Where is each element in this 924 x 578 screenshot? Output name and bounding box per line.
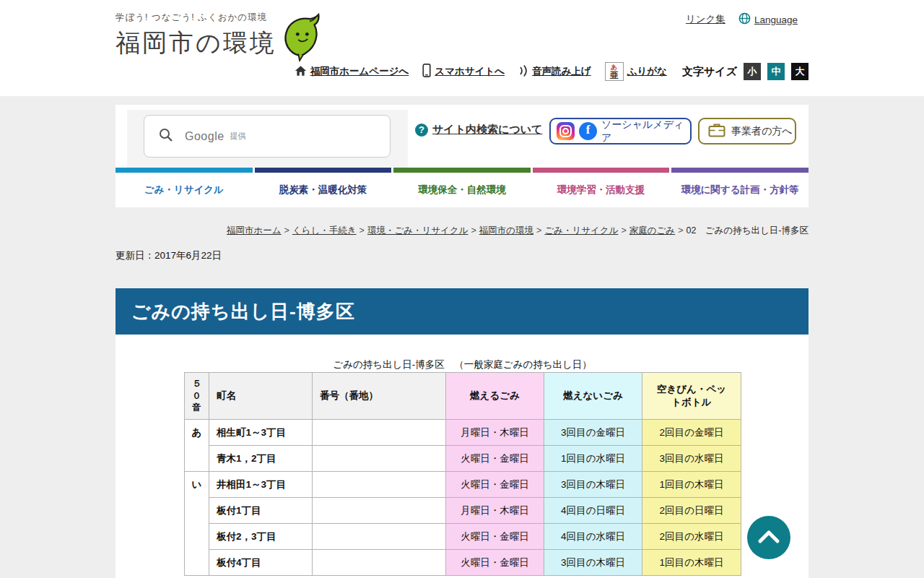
table-row: 板付4丁目 火曜日・金曜日 3回目の木曜日 1回目の木曜日 xyxy=(185,550,741,576)
column-header-nonburnable: 燃えないごみ xyxy=(544,373,642,420)
briefcase-icon xyxy=(708,123,725,140)
sound-icon xyxy=(518,64,528,79)
cell-number xyxy=(313,420,446,446)
cell-number xyxy=(313,550,446,576)
cell-bottles: 1回目の木曜日 xyxy=(642,550,741,576)
site-header: 学ぼう! つなごう! ふくおかの環境 福岡市の環境 リンク集 Language xyxy=(0,0,924,96)
cell-kana: い xyxy=(185,472,209,576)
cell-town: 相生町1～3丁目 xyxy=(209,420,313,446)
cell-nonburnable: 3回目の木曜日 xyxy=(544,472,642,498)
cell-bottles: 1回目の木曜日 xyxy=(642,472,741,498)
search-provided-label: 提供 xyxy=(230,131,246,142)
cell-town: 板付2，3丁目 xyxy=(209,524,313,550)
cell-burnable: 火曜日・金曜日 xyxy=(446,550,544,576)
breadcrumb-current: 02 ごみの持ち出し日-博多区 xyxy=(686,225,808,236)
updated-date: 更新日：2017年6月22日 xyxy=(116,249,222,262)
cell-number xyxy=(313,472,446,498)
cell-nonburnable: 3回目の金曜日 xyxy=(544,420,642,446)
cell-town: 青木1，2丁目 xyxy=(209,446,313,472)
smartphone-icon xyxy=(422,64,431,79)
cell-nonburnable: 4回目の水曜日 xyxy=(544,524,642,550)
search-section: Google 提供 ? サイト内検索について ソーシャルメディア 事業者の方へ xyxy=(116,105,808,168)
cell-burnable: 月曜日・木曜日 xyxy=(446,498,544,524)
cell-burnable: 月曜日・木曜日 xyxy=(446,420,544,446)
leaf-mascot-icon xyxy=(280,13,321,65)
cell-bottles: 3回目の水曜日 xyxy=(642,446,741,472)
breadcrumb-link[interactable]: 家庭のごみ xyxy=(629,225,675,236)
tab-kankyo-gakushu[interactable]: 環境学習・活動支援 xyxy=(533,168,670,207)
site-search-about-link[interactable]: サイト内検索について xyxy=(432,123,542,137)
audio-readout-link[interactable]: 音声読み上げ xyxy=(532,65,591,78)
furigana-icon: あ 亜 xyxy=(605,62,624,81)
tab-keikaku-hoshin[interactable]: 環境に関する計画・方針等 xyxy=(671,168,808,207)
table-row: 板付2，3丁目 火曜日・金曜日 4回目の水曜日 2回目の水曜日 xyxy=(185,524,741,550)
links-collection-link[interactable]: リンク集 xyxy=(686,13,725,26)
furigana-link[interactable]: ふりがな xyxy=(627,65,667,78)
font-size-small-button[interactable]: 小 xyxy=(744,63,761,80)
table-row: あ 相生町1～3丁目 月曜日・木曜日 3回目の金曜日 2回目の金曜日 xyxy=(185,420,741,446)
help-icon: ? xyxy=(415,124,428,137)
page-title-banner: ごみの持ち出し日-博多区 xyxy=(116,288,808,335)
cell-nonburnable: 1回目の水曜日 xyxy=(544,446,642,472)
cell-town: 井相田1～3丁目 xyxy=(209,472,313,498)
table-row: 青木1，2丁目 火曜日・金曜日 1回目の水曜日 3回目の水曜日 xyxy=(185,446,741,472)
cell-nonburnable: 4回目の日曜日 xyxy=(544,498,642,524)
utility-nav: 福岡市ホームページへ スマホサイトへ 音声読み上げ あ 亜 ふりがな xyxy=(287,62,808,81)
tab-datsutanso[interactable]: 脱炭素・温暖化対策 xyxy=(255,168,392,207)
cell-number xyxy=(313,446,446,472)
breadcrumb-link[interactable]: ごみ・リサイクル xyxy=(544,225,618,236)
font-size-medium-button[interactable]: 中 xyxy=(767,63,785,80)
cell-bottles: 2回目の日曜日 xyxy=(642,498,741,524)
column-header-bottles: 空きびん・ペットボトル xyxy=(642,373,741,420)
language-link[interactable]: Language xyxy=(754,14,798,25)
cell-number xyxy=(313,524,446,550)
page-title: ごみの持ち出し日-博多区 xyxy=(131,299,355,324)
social-media-button[interactable]: ソーシャルメディア xyxy=(549,118,692,144)
search-icon xyxy=(159,128,173,145)
search-placeholder: Google xyxy=(185,130,225,143)
column-header-burnable: 燃えるごみ xyxy=(446,373,544,420)
tab-gomi-recycle[interactable]: ごみ・リサイクル xyxy=(116,168,253,207)
cell-number xyxy=(313,498,446,524)
font-size-label: 文字サイズ xyxy=(682,65,737,79)
column-header-town: 町名 xyxy=(209,373,313,420)
cell-nonburnable: 3回目の木曜日 xyxy=(544,550,642,576)
facebook-icon xyxy=(579,122,597,140)
column-header-kana: ５０音 xyxy=(185,373,209,420)
cell-town: 板付4丁目 xyxy=(209,550,313,576)
table-row: 板付1丁目 月曜日・木曜日 4回目の日曜日 2回目の日曜日 xyxy=(185,498,741,524)
city-homepage-link[interactable]: 福岡市ホームページへ xyxy=(310,65,409,78)
cell-kana: あ xyxy=(185,420,209,472)
site-tagline: 学ぼう! つなごう! ふくおかの環境 xyxy=(116,12,276,24)
cell-burnable: 火曜日・金曜日 xyxy=(446,524,544,550)
search-input[interactable]: Google 提供 xyxy=(144,115,391,158)
column-header-number: 番号（番地） xyxy=(313,373,446,420)
main-content: ごみの持ち出し日-博多区 （一般家庭ごみの持ち出し日） ５０音 町名 番号（番地… xyxy=(116,335,808,578)
globe-icon xyxy=(738,12,751,27)
cell-bottles: 2回目の金曜日 xyxy=(642,420,741,446)
tab-kankyo-hozen[interactable]: 環境保全・自然環境 xyxy=(393,168,531,207)
cell-bottles: 2回目の水曜日 xyxy=(642,524,741,550)
main-nav-tabs: ごみ・リサイクル 脱炭素・温暖化対策 環境保全・自然環境 環境学習・活動支援 環… xyxy=(116,168,808,207)
cell-burnable: 火曜日・金曜日 xyxy=(446,472,544,498)
chevron-up-icon xyxy=(757,529,781,547)
cell-burnable: 火曜日・金曜日 xyxy=(446,446,544,472)
page: 学ぼう! つなごう! ふくおかの環境 福岡市の環境 リンク集 Language xyxy=(0,0,924,578)
table-header-row: ５０音 町名 番号（番地） 燃えるごみ 燃えないごみ 空きびん・ペットボトル xyxy=(185,373,741,420)
business-button[interactable]: 事業者の方へ xyxy=(698,118,796,144)
site-logo[interactable]: 学ぼう! つなごう! ふくおかの環境 福岡市の環境 xyxy=(116,12,276,60)
breadcrumb-link[interactable]: 福岡市の環境 xyxy=(479,225,533,236)
cell-town: 板付1丁目 xyxy=(209,498,313,524)
breadcrumb-link[interactable]: 環境・ごみ・リサイクル xyxy=(367,225,468,236)
header-top-links: リンク集 Language xyxy=(686,12,798,27)
breadcrumb: 福岡市ホーム>くらし・手続き>環境・ごみ・リサイクル>福岡市の環境>ごみ・リサイ… xyxy=(116,225,808,237)
garbage-schedule-table: ５０音 町名 番号（番地） 燃えるごみ 燃えないごみ 空きびん・ペットボトル あ… xyxy=(184,372,741,576)
table-caption: ごみの持ち出し日-博多区 （一般家庭ごみの持ち出し日） xyxy=(184,358,741,371)
breadcrumb-link[interactable]: 福岡市ホーム xyxy=(227,225,282,236)
instagram-icon xyxy=(557,122,575,140)
breadcrumb-link[interactable]: くらし・手続き xyxy=(292,225,357,236)
font-size-large-button[interactable]: 大 xyxy=(791,63,808,80)
scroll-to-top-button[interactable] xyxy=(747,516,790,559)
site-title: 福岡市の環境 xyxy=(116,27,276,60)
mobile-site-link[interactable]: スマホサイトへ xyxy=(435,65,505,78)
